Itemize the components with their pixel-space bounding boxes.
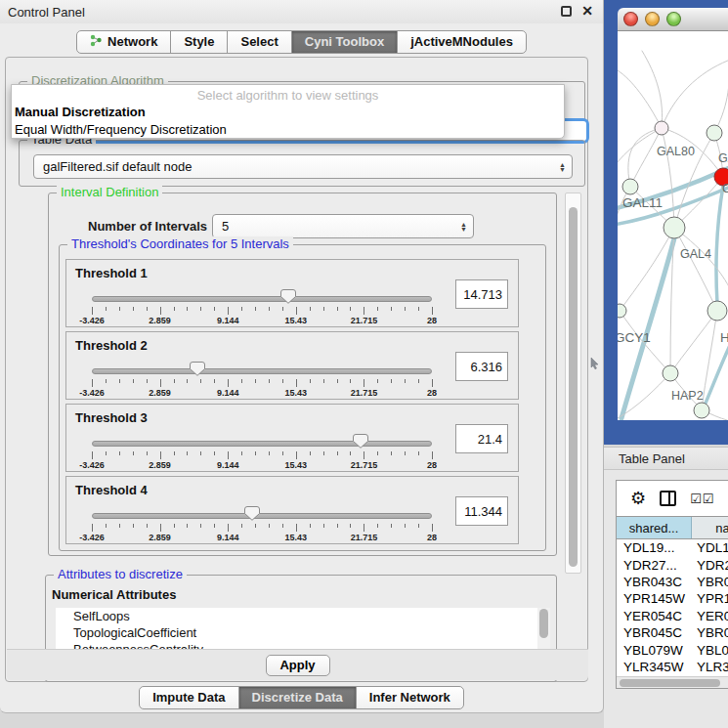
popup-options: Manual DiscretizationEqual Width/Frequen… [12, 103, 564, 138]
slider-scale-labels: -3.4262.8599.14415.4321.71528 [92, 316, 432, 325]
table-row[interactable]: YPR145WYPR1 [617, 590, 728, 607]
slider-ticks [92, 379, 432, 388]
popup-option[interactable]: Manual Discretization [12, 103, 564, 120]
group-title-thresholds: Threshold's Coordinates for 5 Intervals [67, 236, 293, 251]
table-row[interactable]: YDL19...YDL1 [617, 539, 728, 556]
svg-text:H: H [720, 330, 728, 345]
table-cell: YBR045C [617, 625, 692, 640]
gear-icon[interactable]: ⚙ [630, 488, 646, 509]
scrollbar-thumb[interactable] [539, 609, 548, 638]
checkbox-icons[interactable]: ☑☑ [690, 492, 714, 506]
table-cell: YPR145W [617, 591, 692, 606]
numerical-attributes-list[interactable]: SelfLoopsTopologicalCoefficientBetweenne… [56, 608, 550, 653]
slider-scale-labels: -3.4262.8599.14415.4321.71528 [92, 388, 432, 398]
threshold-2-handle[interactable] [190, 362, 205, 376]
panel-vertical-scrollbar[interactable] [565, 193, 581, 574]
threshold-3-box: Threshold 3-3.4262.8599.14415.4321.71528… [65, 404, 519, 472]
tab-impute-data[interactable]: Impute Data [139, 686, 238, 709]
table-row[interactable]: YBR045CYBR0 [617, 624, 728, 641]
table-horizontal-scrollbar[interactable] [617, 676, 728, 688]
threshold-label: Threshold 3 [75, 410, 148, 425]
tab-select[interactable]: Select [227, 30, 291, 54]
numerical-attributes-label: Numerical Attributes [52, 587, 176, 602]
zoom-traffic-light-icon[interactable] [666, 12, 681, 26]
close-icon[interactable]: ✕ [581, 4, 593, 18]
threshold-2-value-field[interactable]: 6.316 [455, 352, 508, 381]
threshold-2-box: Threshold 2-3.4262.8599.14415.4321.71528… [65, 331, 519, 400]
table-panel-title: Table Panel [619, 451, 685, 466]
popup-option[interactable]: Equal Width/Frequency Discretization [12, 120, 564, 138]
group-title-interval: Interval Definition [57, 185, 162, 199]
thresholds-group: Threshold's Coordinates for 5 Intervals … [59, 244, 546, 551]
float-window-icon[interactable] [561, 6, 572, 17]
tab-infer-network[interactable]: Infer Network [356, 686, 464, 709]
tab-jactivemnodules[interactable]: jActiveMNodules [397, 30, 527, 54]
table-row[interactable]: YDR27...YDR2 [617, 556, 728, 573]
table-row[interactable]: YER054CYER0 [617, 608, 728, 624]
table-cell: YDL1 [692, 540, 728, 555]
slider-track[interactable] [92, 513, 432, 519]
list-item[interactable]: TopologicalCoefficient [56, 624, 550, 641]
table-data-combobox[interactable]: galFiltered.sif default node ▲▼ [33, 154, 573, 179]
apply-bar: Apply [7, 649, 588, 680]
tab-label: Network [107, 34, 157, 49]
threshold-label: Threshold 2 [75, 338, 148, 353]
tab-style[interactable]: Style [170, 30, 228, 54]
table-data-value: galFiltered.sif default node [43, 159, 192, 174]
close-traffic-light-icon[interactable] [623, 12, 638, 26]
table-cell: YBL0 [692, 643, 728, 658]
svg-text:GCY1: GCY1 [618, 330, 651, 345]
tab-label: Impute Data [152, 690, 225, 705]
combo-arrows-icon: ▲▼ [559, 162, 566, 172]
threshold-4-handle[interactable] [244, 506, 260, 521]
slider-track[interactable] [92, 368, 432, 374]
tab-discretize-data[interactable]: Discretize Data [238, 686, 357, 709]
network-icon [90, 34, 103, 50]
table-row[interactable]: YBR043CYBR0 [617, 574, 728, 590]
list-scrollbar[interactable] [537, 608, 550, 653]
table-panel-inner: ⚙ ☑☑ shared...naYDL19...YDL1YDR27...YDR2… [616, 480, 728, 689]
table-cell: YER054C [617, 609, 692, 623]
columns-icon[interactable] [660, 491, 676, 506]
table-row[interactable]: YBL079WYBL0 [617, 641, 728, 658]
list-item[interactable]: SelfLoops [56, 608, 550, 624]
tab-label: Style [184, 34, 214, 49]
table-cell: YDL19... [617, 540, 692, 555]
tab-network[interactable]: Network [76, 30, 171, 54]
network-window-frame: GAL80GAGAL11CGAL4GCY1HHAP2 [604, 0, 728, 445]
threshold-slider[interactable]: -3.4262.8599.14415.4321.71528 [92, 436, 432, 469]
tab-label: Infer Network [369, 690, 450, 705]
right-panel: GAL80GAGAL11CGAL4GCY1HHAP2 Table Panel ⚙… [604, 0, 728, 728]
mouse-cursor [590, 358, 599, 372]
threshold-1-handle[interactable] [280, 289, 296, 304]
table-cell: YPR1 [692, 591, 728, 606]
minimize-traffic-light-icon[interactable] [645, 12, 660, 26]
top-tab-bar: NetworkStyleSelectCyni ToolboxjActiveMNo… [0, 30, 603, 54]
group-title-attributes: Attributes to discretize [54, 567, 187, 581]
scrollbar-thumb[interactable] [569, 207, 578, 567]
threshold-4-value-field[interactable]: 11.344 [455, 496, 508, 526]
slider-track[interactable] [92, 296, 432, 302]
window-title: Control Panel [8, 5, 85, 20]
slider-ticks [92, 524, 432, 533]
threshold-slider[interactable]: -3.4262.8599.14415.4321.71528 [92, 364, 432, 397]
threshold-slider[interactable]: -3.4262.8599.14415.4321.71528 [92, 291, 432, 324]
slider-track[interactable] [92, 441, 432, 447]
column-header-2[interactable]: na [692, 517, 728, 538]
table-cell: YBL079W [617, 643, 692, 658]
scrollbar-thumb[interactable] [620, 679, 720, 687]
threshold-label: Threshold 1 [75, 266, 148, 280]
apply-button[interactable]: Apply [266, 655, 330, 676]
threshold-1-value-field[interactable]: 14.713 [455, 279, 508, 309]
number-of-intervals-combobox[interactable]: 5 ▲▼ [212, 214, 474, 238]
threshold-3-value-field[interactable]: 21.4 [455, 424, 508, 453]
threshold-3-handle[interactable] [353, 434, 368, 449]
tab-cyni-toolbox[interactable]: Cyni Toolbox [291, 30, 398, 54]
table-data-group: Table Data galFiltered.sif default node … [19, 140, 585, 187]
table-cell: YBR043C [617, 575, 692, 589]
network-view-canvas[interactable]: GAL80GAGAL11CGAL4GCY1HHAP2 [618, 31, 728, 420]
table-row[interactable]: YLR345WYLR3 [617, 659, 728, 675]
network-window-titlebar[interactable] [618, 8, 728, 31]
column-header-1[interactable]: shared... [617, 517, 692, 538]
threshold-slider[interactable]: -3.4262.8599.14415.4321.71528 [92, 508, 432, 541]
